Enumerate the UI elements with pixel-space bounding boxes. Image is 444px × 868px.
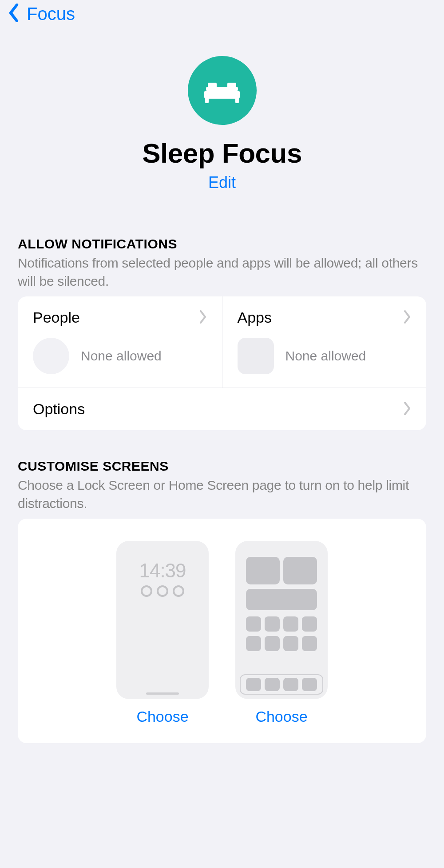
notifications-subtitle: Notifications from selected people and a… — [18, 254, 426, 290]
lock-screen-dots-icon — [116, 585, 209, 597]
svg-rect-2 — [206, 87, 238, 91]
chevron-right-icon — [403, 310, 411, 325]
hero-section: Sleep Focus Edit — [0, 29, 444, 192]
dock-icon — [240, 674, 323, 695]
screens-title: CUSTOMISE SCREENS — [18, 459, 426, 474]
svg-rect-3 — [204, 91, 240, 99]
notifications-header: ALLOW NOTIFICATIONS Notifications from s… — [18, 236, 426, 290]
options-label: Options — [33, 400, 85, 418]
screens-card: 14:39 Choose Choose — [18, 519, 426, 743]
home-screen-mockup[interactable] — [235, 541, 328, 699]
page-title: Sleep Focus — [142, 137, 302, 169]
home-indicator-icon — [146, 692, 179, 695]
svg-rect-4 — [205, 98, 209, 103]
choose-lock-screen-button[interactable]: Choose — [136, 708, 188, 725]
apps-status: None allowed — [285, 348, 366, 364]
apps-cell[interactable]: Apps None allowed — [222, 296, 427, 388]
chevron-right-icon — [199, 310, 207, 325]
choose-home-screen-button[interactable]: Choose — [255, 708, 307, 725]
apps-placeholder-icon — [238, 338, 274, 374]
nav-bar: Focus — [0, 0, 444, 29]
lock-screen-mockup[interactable]: 14:39 — [116, 541, 209, 699]
notifications-section: ALLOW NOTIFICATIONS Notifications from s… — [0, 236, 444, 430]
home-screen-option: Choose — [235, 541, 328, 725]
lock-screen-option: 14:39 Choose — [116, 541, 209, 725]
options-row[interactable]: Options — [18, 388, 426, 430]
people-cell[interactable]: People None allowed — [18, 296, 222, 388]
screens-section: CUSTOMISE SCREENS Choose a Lock Screen o… — [0, 459, 444, 743]
back-button-label[interactable]: Focus — [27, 4, 75, 24]
back-chevron-icon[interactable] — [8, 4, 20, 24]
people-status: None allowed — [81, 348, 162, 364]
bed-icon — [188, 56, 257, 125]
notifications-card: People None allowed Apps — [18, 296, 426, 430]
notifications-title: ALLOW NOTIFICATIONS — [18, 236, 426, 252]
apps-title: Apps — [238, 309, 272, 326]
svg-rect-5 — [235, 98, 239, 103]
edit-button[interactable]: Edit — [208, 173, 236, 192]
people-title: People — [33, 309, 80, 326]
lock-screen-time: 14:39 — [116, 560, 209, 582]
screens-subtitle: Choose a Lock Screen or Home Screen page… — [18, 476, 426, 512]
chevron-right-icon — [403, 402, 411, 417]
people-placeholder-icon — [33, 338, 69, 374]
screens-header: CUSTOMISE SCREENS Choose a Lock Screen o… — [18, 459, 426, 512]
